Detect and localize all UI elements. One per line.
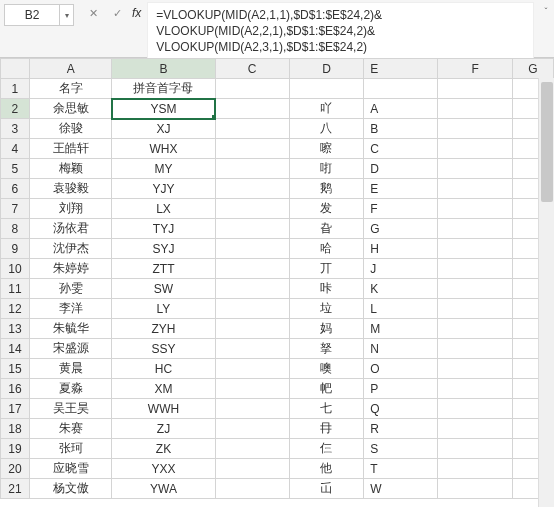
cell-A4[interactable]: 王皓轩 bbox=[29, 139, 112, 159]
cell-B15[interactable]: HC bbox=[112, 359, 215, 379]
row-header[interactable]: 17 bbox=[1, 399, 30, 419]
row-header[interactable]: 16 bbox=[1, 379, 30, 399]
cell-C8[interactable] bbox=[215, 219, 289, 239]
cell-E13[interactable]: M bbox=[364, 319, 438, 339]
cell-B14[interactable]: SSY bbox=[112, 339, 215, 359]
cell-B12[interactable]: LY bbox=[112, 299, 215, 319]
cell-E4[interactable]: C bbox=[364, 139, 438, 159]
cell-D16[interactable]: 帊 bbox=[289, 379, 363, 399]
cell-D3[interactable]: 八 bbox=[289, 119, 363, 139]
row-header[interactable]: 4 bbox=[1, 139, 30, 159]
cell-F9[interactable] bbox=[438, 239, 512, 259]
cell-B8[interactable]: TYJ bbox=[112, 219, 215, 239]
cell-C5[interactable] bbox=[215, 159, 289, 179]
cell-D17[interactable]: 七 bbox=[289, 399, 363, 419]
cell-C16[interactable] bbox=[215, 379, 289, 399]
cell-E17[interactable]: Q bbox=[364, 399, 438, 419]
cell-C11[interactable] bbox=[215, 279, 289, 299]
name-box[interactable]: B2 bbox=[4, 4, 60, 26]
cell-E18[interactable]: R bbox=[364, 419, 438, 439]
cell-F15[interactable] bbox=[438, 359, 512, 379]
cell-C6[interactable] bbox=[215, 179, 289, 199]
scrollbar-thumb[interactable] bbox=[541, 82, 553, 202]
cell-D19[interactable]: 仨 bbox=[289, 439, 363, 459]
row-header[interactable]: 12 bbox=[1, 299, 30, 319]
cell-E1[interactable] bbox=[364, 79, 438, 99]
row-header[interactable]: 8 bbox=[1, 219, 30, 239]
cell-E7[interactable]: F bbox=[364, 199, 438, 219]
formula-input[interactable]: =VLOOKUP(MID(A2,1,1),$D$1:$E$24,2)& VLOO… bbox=[147, 2, 534, 60]
cell-A21[interactable]: 杨文傲 bbox=[29, 479, 112, 499]
cell-C4[interactable] bbox=[215, 139, 289, 159]
cell-A13[interactable]: 朱毓华 bbox=[29, 319, 112, 339]
cell-B20[interactable]: YXX bbox=[112, 459, 215, 479]
cell-F2[interactable] bbox=[438, 99, 512, 119]
cell-B4[interactable]: WHX bbox=[112, 139, 215, 159]
cell-D4[interactable]: 嚓 bbox=[289, 139, 363, 159]
cell-F19[interactable] bbox=[438, 439, 512, 459]
cell-A12[interactable]: 李洋 bbox=[29, 299, 112, 319]
cell-F13[interactable] bbox=[438, 319, 512, 339]
cell-B3[interactable]: XJ bbox=[112, 119, 215, 139]
cell-C2[interactable] bbox=[215, 99, 289, 119]
cell-B17[interactable]: WWH bbox=[112, 399, 215, 419]
row-header[interactable]: 7 bbox=[1, 199, 30, 219]
row-header[interactable]: 18 bbox=[1, 419, 30, 439]
col-header-D[interactable]: D bbox=[289, 59, 363, 79]
cell-E12[interactable]: L bbox=[364, 299, 438, 319]
cell-F10[interactable] bbox=[438, 259, 512, 279]
cell-D9[interactable]: 哈 bbox=[289, 239, 363, 259]
cell-A19[interactable]: 张珂 bbox=[29, 439, 112, 459]
col-header-C[interactable]: C bbox=[215, 59, 289, 79]
cell-F12[interactable] bbox=[438, 299, 512, 319]
cell-E19[interactable]: S bbox=[364, 439, 438, 459]
cell-D2[interactable]: 吖 bbox=[289, 99, 363, 119]
cell-A8[interactable]: 汤依君 bbox=[29, 219, 112, 239]
cell-D21[interactable]: 屲 bbox=[289, 479, 363, 499]
cell-D12[interactable]: 垃 bbox=[289, 299, 363, 319]
cell-D7[interactable]: 发 bbox=[289, 199, 363, 219]
cell-E15[interactable]: O bbox=[364, 359, 438, 379]
cell-A2[interactable]: 余思敏 bbox=[29, 99, 112, 119]
cell-B9[interactable]: SYJ bbox=[112, 239, 215, 259]
cell-F20[interactable] bbox=[438, 459, 512, 479]
cell-B11[interactable]: SW bbox=[112, 279, 215, 299]
cell-F1[interactable] bbox=[438, 79, 512, 99]
cell-A5[interactable]: 梅颖 bbox=[29, 159, 112, 179]
cell-B1[interactable]: 拼音首字母 bbox=[112, 79, 215, 99]
row-header[interactable]: 1 bbox=[1, 79, 30, 99]
col-header-B[interactable]: B bbox=[112, 59, 215, 79]
cell-E16[interactable]: P bbox=[364, 379, 438, 399]
cell-A1[interactable]: 名字 bbox=[29, 79, 112, 99]
cell-B16[interactable]: XM bbox=[112, 379, 215, 399]
cell-A11[interactable]: 孙雯 bbox=[29, 279, 112, 299]
cell-F7[interactable] bbox=[438, 199, 512, 219]
cell-B19[interactable]: ZK bbox=[112, 439, 215, 459]
cell-C20[interactable] bbox=[215, 459, 289, 479]
cell-A10[interactable]: 朱婷婷 bbox=[29, 259, 112, 279]
row-header[interactable]: 10 bbox=[1, 259, 30, 279]
cell-C21[interactable] bbox=[215, 479, 289, 499]
select-all-corner[interactable] bbox=[1, 59, 30, 79]
cell-F4[interactable] bbox=[438, 139, 512, 159]
cell-D11[interactable]: 咔 bbox=[289, 279, 363, 299]
row-header[interactable]: 21 bbox=[1, 479, 30, 499]
cell-E3[interactable]: B bbox=[364, 119, 438, 139]
cell-D14[interactable]: 拏 bbox=[289, 339, 363, 359]
row-header[interactable]: 3 bbox=[1, 119, 30, 139]
row-header[interactable]: 15 bbox=[1, 359, 30, 379]
cell-F8[interactable] bbox=[438, 219, 512, 239]
col-header-A[interactable]: A bbox=[29, 59, 112, 79]
cell-B6[interactable]: YJY bbox=[112, 179, 215, 199]
cell-C13[interactable] bbox=[215, 319, 289, 339]
row-header[interactable]: 14 bbox=[1, 339, 30, 359]
cell-A3[interactable]: 徐骏 bbox=[29, 119, 112, 139]
cancel-formula-icon[interactable]: ✕ bbox=[84, 4, 102, 22]
cell-B13[interactable]: ZYH bbox=[112, 319, 215, 339]
row-header[interactable]: 2 bbox=[1, 99, 30, 119]
cell-F11[interactable] bbox=[438, 279, 512, 299]
cell-D10[interactable]: 丌 bbox=[289, 259, 363, 279]
cell-E20[interactable]: T bbox=[364, 459, 438, 479]
cell-B18[interactable]: ZJ bbox=[112, 419, 215, 439]
cell-A7[interactable]: 刘翔 bbox=[29, 199, 112, 219]
